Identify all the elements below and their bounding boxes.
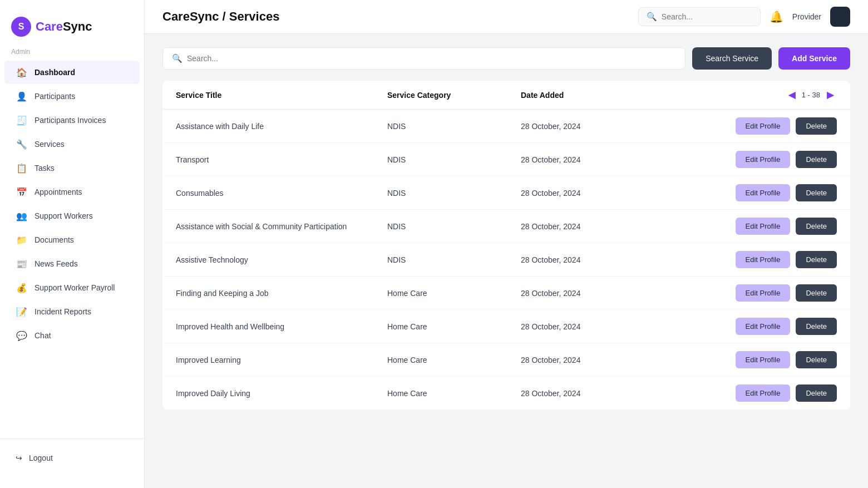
pagination-prev-button[interactable]: ◀ [785,88,798,101]
main-search-bar[interactable]: 🔍 [162,47,685,70]
sidebar-item-label-support-workers: Support Workers [34,211,93,220]
table-row: Assistance with Social & Community Parti… [162,210,850,243]
page-title: CareSync / Services [162,9,279,24]
table-body: Assistance with Daily Life NDIS 28 Octob… [162,110,850,410]
cell-actions: Edit Profile Delete [632,284,837,302]
logout-label: Logout [29,454,53,462]
sidebar-item-dashboard[interactable]: 🏠 Dashboard [4,61,140,84]
table-row: Transport NDIS 28 October, 2024 Edit Pro… [162,143,850,176]
edit-profile-button[interactable]: Edit Profile [736,318,791,335]
cell-date-added: 28 October, 2024 [521,289,632,298]
appointments-icon: 📅 [16,186,28,198]
edit-profile-button[interactable]: Edit Profile [736,385,791,402]
cell-service-title: Improved Health and Wellbeing [176,322,387,331]
provider-label: Provider [792,12,821,21]
cell-date-added: 28 October, 2024 [521,322,632,331]
dashboard-icon: 🏠 [16,66,28,78]
col-actions: ◀ 1 - 38 ▶ [632,88,837,101]
top-header: CareSync / Services 🔍 🔔 Provider [145,0,868,34]
cell-service-category: NDIS [387,255,521,264]
sidebar-item-appointments[interactable]: 📅 Appointments [4,180,140,204]
sidebar-item-label-appointments: Appointments [34,188,82,196]
delete-button[interactable]: Delete [796,218,837,235]
edit-profile-button[interactable]: Edit Profile [736,284,791,302]
delete-button[interactable]: Delete [796,318,837,335]
pagination-next-button[interactable]: ▶ [823,88,837,101]
news-feeds-icon: 📰 [16,258,28,270]
delete-button[interactable]: Delete [796,184,837,201]
cell-actions: Edit Profile Delete [632,151,837,168]
admin-label: Admin [0,48,144,60]
header-search-icon: 🔍 [647,12,657,22]
cell-service-title: Assistive Technology [176,255,387,264]
search-service-button[interactable]: Search Service [692,47,772,70]
sidebar-item-chat[interactable]: 💬 Chat [4,324,140,347]
pagination: ◀ 1 - 38 ▶ [785,88,837,101]
services-table: Service Title Service Category Date Adde… [162,81,850,410]
participants-invoices-icon: 🧾 [16,114,28,126]
sidebar-item-support-workers[interactable]: 👥 Support Workers [4,204,140,228]
sidebar-item-label-chat: Chat [34,331,51,340]
sidebar-item-participants-invoices[interactable]: 🧾 Participants Invoices [4,109,140,132]
delete-button[interactable]: Delete [796,385,837,402]
delete-button[interactable]: Delete [796,117,837,135]
cell-service-category: Home Care [387,322,521,331]
delete-button[interactable]: Delete [796,351,837,368]
cell-service-category: NDIS [387,122,521,131]
main-search-icon: 🔍 [172,53,183,63]
col-service-title: Service Title [176,91,387,100]
cell-service-category: NDIS [387,189,521,198]
logout-button[interactable]: ↪ Logout [4,448,140,468]
add-service-button[interactable]: Add Service [778,47,850,70]
cell-actions: Edit Profile Delete [632,351,837,368]
sidebar-item-tasks[interactable]: 📋 Tasks [4,156,140,180]
cell-date-added: 28 October, 2024 [521,155,632,164]
cell-actions: Edit Profile Delete [632,218,837,235]
sidebar-item-label-tasks: Tasks [34,164,55,172]
sidebar-item-label-dashboard: Dashboard [34,68,75,77]
cell-service-category: NDIS [387,222,521,231]
sidebar-item-label-participants-invoices: Participants Invoices [34,116,106,125]
edit-profile-button[interactable]: Edit Profile [736,151,791,168]
cell-date-added: 28 October, 2024 [521,189,632,198]
delete-button[interactable]: Delete [796,151,837,168]
delete-button[interactable]: Delete [796,284,837,302]
sidebar-item-label-news-feeds: News Feeds [34,259,78,268]
col-service-category: Service Category [387,91,521,100]
header-search-input[interactable] [662,12,752,21]
cell-service-title: Assistance with Social & Community Parti… [176,222,387,231]
col-date-added: Date Added [521,91,632,100]
cell-service-title: Improved Daily Living [176,389,387,398]
sidebar-item-incident-reports[interactable]: 📝 Incident Reports [4,300,140,323]
support-worker-payroll-icon: 💰 [16,282,28,294]
edit-profile-button[interactable]: Edit Profile [736,351,791,368]
cell-service-title: Transport [176,155,387,164]
pagination-range: 1 - 38 [802,91,820,99]
cell-service-category: Home Care [387,356,521,364]
table-row: Assistive Technology NDIS 28 October, 20… [162,243,850,277]
sidebar-item-services[interactable]: 🔧 Services [4,132,140,156]
sidebar-item-news-feeds[interactable]: 📰 News Feeds [4,252,140,275]
cell-date-added: 28 October, 2024 [521,389,632,398]
sidebar-item-support-worker-payroll[interactable]: 💰 Support Worker Payroll [4,276,140,299]
table-header: Service Title Service Category Date Adde… [162,81,850,110]
cell-service-title: Finding and Keeping a Job [176,289,387,298]
cell-service-title: Assistance with Daily Life [176,122,387,131]
sidebar-item-label-documents: Documents [34,235,74,244]
sidebar-item-participants[interactable]: 👤 Participants [4,85,140,108]
cell-date-added: 28 October, 2024 [521,255,632,264]
edit-profile-button[interactable]: Edit Profile [736,184,791,201]
edit-profile-button[interactable]: Edit Profile [736,117,791,135]
cell-actions: Edit Profile Delete [632,251,837,268]
bell-icon[interactable]: 🔔 [770,10,783,23]
main-area: CareSync / Services 🔍 🔔 Provider 🔍 Searc… [145,0,868,488]
main-search-input[interactable] [187,54,676,63]
sidebar-item-documents[interactable]: 📁 Documents [4,228,140,252]
delete-button[interactable]: Delete [796,251,837,268]
edit-profile-button[interactable]: Edit Profile [736,251,791,268]
edit-profile-button[interactable]: Edit Profile [736,218,791,235]
header-search-bar[interactable]: 🔍 [638,7,761,26]
avatar [830,7,850,27]
cell-actions: Edit Profile Delete [632,117,837,135]
services-icon: 🔧 [16,138,28,150]
